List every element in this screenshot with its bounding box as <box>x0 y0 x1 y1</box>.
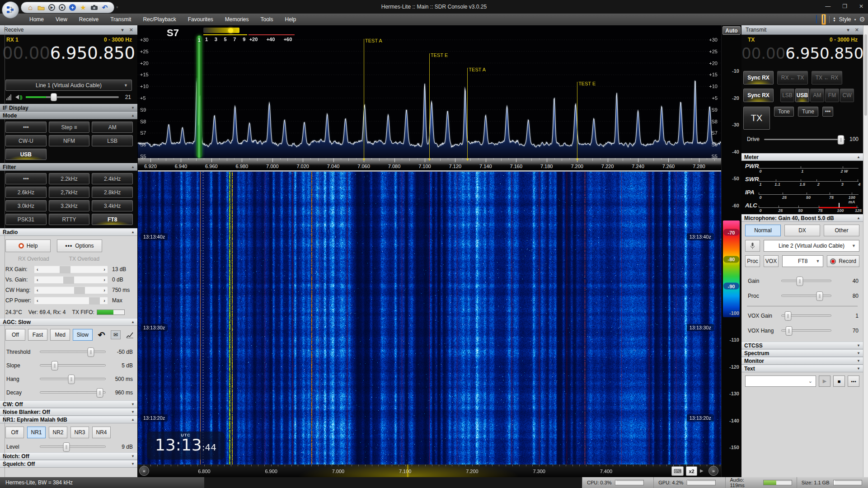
noise-blanker-section-header[interactable]: Noise Blanker: Off▾ <box>0 408 137 416</box>
filter-grid-2-4khz[interactable]: 2.4kHz <box>92 173 133 184</box>
slider-thumb[interactable] <box>68 375 75 384</box>
tx-mode-fm[interactable]: FM <box>825 89 839 102</box>
home-icon[interactable]: ⌂ <box>27 4 34 11</box>
mic-slider-gain[interactable] <box>781 280 831 282</box>
tab-memories[interactable]: Memories <box>219 14 255 25</box>
cw-section-header[interactable]: CW: Off▾ <box>0 400 137 408</box>
proc-button[interactable]: Proc <box>745 255 760 267</box>
style-caret-icon[interactable]: ▾ <box>854 18 856 22</box>
tab-tools[interactable]: Tools <box>255 14 279 25</box>
mode-grid-nfm[interactable]: NFM <box>49 135 90 146</box>
speaker-icon[interactable]: ))) <box>15 95 22 100</box>
sync-rx-frequency-button[interactable]: Sync RX <box>743 71 774 84</box>
text-stop-button[interactable]: ■ <box>833 375 845 387</box>
auto-range-button[interactable]: Auto <box>723 26 741 35</box>
filter-grid-ft8[interactable]: FT8 <box>92 214 133 225</box>
agc-slider-decay[interactable] <box>40 391 106 394</box>
spinner-decrement-icon[interactable]: ‹ <box>37 267 38 272</box>
maximize-icon[interactable]: ❐ <box>842 3 847 9</box>
rx-from-tx-button[interactable]: RX ← TX <box>777 71 808 84</box>
equalizer-icon[interactable] <box>6 94 11 100</box>
mode-grid-item[interactable]: ••• <box>5 122 47 133</box>
agc-med[interactable]: Med <box>50 329 70 341</box>
nav-scroll-left-button[interactable]: « <box>139 466 149 476</box>
band-navigation-bar[interactable]: 6.8006.9007.0007.1007.2007.3007.400«⌨x2▶… <box>138 465 721 477</box>
stop-icon[interactable]: ■ <box>59 4 66 11</box>
spinner-increment-icon[interactable]: › <box>103 298 105 303</box>
transmit-panel-scrollbar[interactable] <box>863 25 868 477</box>
tune-button[interactable]: Tune <box>798 107 818 117</box>
filter-grid-2-6khz[interactable]: 2.6kHz <box>5 187 47 198</box>
agc-monitor-icon[interactable]: ✉ <box>111 330 121 339</box>
filter-grid-2-8khz[interactable]: 2.8kHz <box>92 187 133 198</box>
agc-graph-icon[interactable] <box>126 332 134 338</box>
app-logo-icon[interactable] <box>2 1 19 19</box>
text-message-select[interactable]: ⌄ <box>745 375 816 387</box>
mic-profile-normal[interactable]: Normal <box>745 225 781 236</box>
nav-expand-arrow-icon[interactable]: ▶ <box>700 468 704 473</box>
tx-section-header-spectrum[interactable]: Spectrum▾ <box>741 349 863 357</box>
tab-favourites[interactable]: Favourites <box>182 14 219 25</box>
undo-icon[interactable]: ↶ <box>101 4 108 11</box>
panel-close-icon[interactable]: ✕ <box>129 27 133 33</box>
tab-help[interactable]: Help <box>279 14 302 25</box>
tx-more-button[interactable]: ••• <box>822 107 833 117</box>
agc-slider-hang[interactable] <box>40 378 106 380</box>
record-button[interactable]: Record <box>827 255 859 267</box>
ft8-mode-select[interactable]: FT8▼ <box>782 255 823 267</box>
filter-grid-3-4khz[interactable]: 3.4kHz <box>92 200 133 211</box>
spinner-increment-icon[interactable]: › <box>103 277 105 282</box>
rx-tuning-indicator[interactable]: 1 <box>197 35 202 158</box>
agc-undo-icon[interactable]: ↶ <box>98 330 105 340</box>
slider-thumb[interactable] <box>785 311 792 321</box>
filter-grid-3-0khz[interactable]: 3.0kHz <box>5 200 47 211</box>
help-button[interactable]: Help <box>5 239 51 252</box>
agc-slider-threshold[interactable] <box>40 351 106 353</box>
mode-section-header[interactable]: Mode▴ <box>0 112 137 119</box>
microphone-button[interactable] <box>745 240 760 252</box>
tx-mode-usb[interactable]: USB <box>795 89 809 102</box>
slider-thumb[interactable] <box>88 347 94 357</box>
panel-collapse-icon[interactable]: ▾ <box>121 27 124 33</box>
mic-profile-other[interactable]: Other <box>824 225 859 236</box>
filter-grid-2-7khz[interactable]: 2,7kHz <box>49 187 90 198</box>
mode-grid-usb[interactable]: USB <box>5 149 47 160</box>
slider-thumb[interactable] <box>797 277 803 286</box>
rx-audio-device-select[interactable]: Line 1 (Virtual Audio Cable)▼ <box>5 80 132 91</box>
agc-off[interactable]: Off <box>5 329 25 341</box>
squelch-section-header[interactable]: Squelch: Off▾ <box>0 460 137 468</box>
snapshot-camera-icon[interactable] <box>90 4 98 11</box>
mic-slider-proc[interactable] <box>781 295 831 297</box>
settings-gear-icon[interactable]: ⚙ <box>859 15 865 23</box>
spinner-thumb[interactable] <box>60 266 70 273</box>
filter-grid-rtty[interactable]: RTTY <box>49 214 90 225</box>
filter-grid-3-2khz[interactable]: 3.2kHz <box>49 200 90 211</box>
tx-section-header-monitor[interactable]: Monitor▾ <box>741 357 863 365</box>
slider-thumb[interactable] <box>97 388 103 398</box>
play-icon[interactable]: ▶ <box>48 4 55 11</box>
mic-profile-dx[interactable]: DX <box>784 225 820 236</box>
tone-button[interactable]: Tone <box>774 107 794 117</box>
tx-from-rx-button[interactable]: TX ← RX <box>812 71 842 84</box>
mode-grid-cw-u[interactable]: CW-U <box>5 135 47 146</box>
close-icon[interactable]: ✕ <box>859 3 863 9</box>
open-folder-icon[interactable] <box>38 4 45 11</box>
nav-zoom-x2-button[interactable]: x2 <box>686 466 697 476</box>
nr-off[interactable]: Off <box>5 427 24 438</box>
vox-slider-vox-gain[interactable] <box>781 314 831 317</box>
spinner-decrement-icon[interactable]: ‹ <box>37 287 38 293</box>
filter-section-header[interactable]: Filter▴ <box>0 163 137 171</box>
spinner-thumb[interactable] <box>63 277 74 284</box>
nr-nr4[interactable]: NR4 <box>92 427 111 438</box>
tx-section-header-text[interactable]: Text▾ <box>741 365 863 372</box>
nr-slider-level[interactable] <box>40 446 106 448</box>
tx-section-header-ctcss[interactable]: CTCSS▾ <box>741 342 863 349</box>
nr-nr2[interactable]: NR2 <box>49 427 67 438</box>
spinner-control-cw-hang[interactable]: ‹› <box>34 286 108 294</box>
spinner-control-cp-power[interactable]: ‹› <box>34 297 108 304</box>
radio-section-header[interactable]: Radio▴ <box>0 228 137 236</box>
tx-audio-device-select[interactable]: Line 2 (Virtual Audio Cable)▼ <box>764 240 859 252</box>
minimize-icon[interactable]: — <box>825 3 830 9</box>
agc-slow[interactable]: Slow <box>73 329 93 341</box>
options-button[interactable]: •••Options <box>57 239 102 252</box>
